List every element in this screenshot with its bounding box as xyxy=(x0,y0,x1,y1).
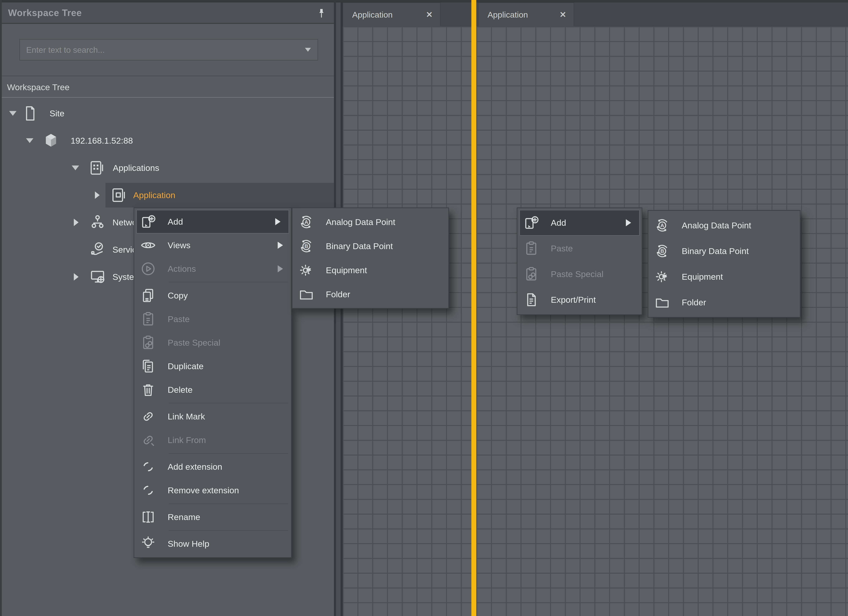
chevron-down-icon[interactable] xyxy=(305,48,311,52)
menu-item-views[interactable]: Views xyxy=(134,233,291,257)
tab-application[interactable]: Application ✕ xyxy=(478,3,574,27)
equipment-icon xyxy=(654,269,670,285)
menu-item-equipment[interactable]: Equipment xyxy=(292,258,448,282)
menu-item-actions[interactable]: Actions xyxy=(134,257,291,281)
tab-label: Application xyxy=(488,10,528,19)
export-print-icon xyxy=(523,291,540,308)
menu-item-label: Paste Special xyxy=(168,338,220,347)
copy-icon xyxy=(140,287,156,304)
menu-item-label: Binary Data Point xyxy=(682,246,749,256)
menu-separator xyxy=(169,530,288,531)
menu-item-label: Folder xyxy=(326,289,350,299)
menu-item-label: Rename xyxy=(168,512,200,522)
delete-icon xyxy=(140,381,156,398)
search-box xyxy=(19,39,318,61)
menu-item-add-extension[interactable]: Add extension xyxy=(134,455,291,478)
paste-special-icon xyxy=(140,334,156,351)
analog-point-icon xyxy=(298,214,314,230)
submenu-arrow-icon xyxy=(626,219,631,226)
menu-item-label: Equipment xyxy=(682,272,723,282)
menu-separator xyxy=(169,403,288,404)
menu-item-label: Paste xyxy=(551,243,573,253)
analog-point-icon xyxy=(654,217,670,234)
menu-item-label: Views xyxy=(168,240,191,250)
menu-item-duplicate[interactable]: Duplicate xyxy=(134,355,291,378)
menu-item-paste-special[interactable]: Paste Special xyxy=(134,331,291,355)
menu-item-link-from[interactable]: Link From xyxy=(134,428,291,452)
menu-item-folder[interactable]: Folder xyxy=(648,289,800,315)
paste-icon xyxy=(140,311,156,327)
extension-add-icon xyxy=(140,459,156,475)
close-icon[interactable]: ✕ xyxy=(559,10,566,19)
menu-item-label: Export/Print xyxy=(551,295,596,305)
expand-closed-icon[interactable] xyxy=(74,219,79,226)
menu-item-label: Remove extension xyxy=(168,485,239,495)
window-left-border xyxy=(0,0,2,616)
tree-item-application[interactable]: Application xyxy=(0,183,334,208)
add-icon xyxy=(140,214,156,230)
tree-section-header: Workspace Tree xyxy=(0,77,334,98)
close-icon[interactable]: ✕ xyxy=(426,10,433,19)
views-icon xyxy=(140,237,156,254)
menu-item-link-mark[interactable]: Link Mark xyxy=(134,405,291,428)
menu-item-binary-data-point[interactable]: Binary Data Point xyxy=(292,234,448,258)
network-icon xyxy=(89,214,106,231)
separator xyxy=(0,76,334,76)
submenu-arrow-icon xyxy=(275,218,280,225)
applications-icon xyxy=(88,159,105,177)
menu-item-label: Duplicate xyxy=(168,361,203,371)
menu-item-show-help[interactable]: Show Help xyxy=(134,532,291,555)
menu-item-label: Add xyxy=(168,217,183,227)
expand-open-icon[interactable] xyxy=(9,111,16,116)
menu-item-label: Copy xyxy=(168,291,188,300)
menu-item-label: Analog Data Point xyxy=(682,220,751,230)
tree-item-label: Applications xyxy=(113,163,159,173)
menu-item-equipment[interactable]: Equipment xyxy=(648,264,800,289)
menu-item-add[interactable]: Add xyxy=(136,210,289,233)
expand-open-icon[interactable] xyxy=(26,138,33,143)
menu-item-add[interactable]: Add xyxy=(519,210,640,236)
menu-item-label: Paste Special xyxy=(551,269,603,279)
canvas-grid[interactable] xyxy=(343,27,471,616)
application-icon xyxy=(109,186,127,204)
add-submenu: Analog Data Point Binary Data Point Equi… xyxy=(292,208,449,309)
menu-item-label: Equipment xyxy=(326,265,367,275)
menu-item-folder[interactable]: Folder xyxy=(292,282,448,306)
tree-item-applications[interactable]: Applications xyxy=(0,156,334,180)
expand-closed-icon[interactable] xyxy=(74,273,79,281)
menu-item-binary-data-point[interactable]: Binary Data Point xyxy=(648,238,800,264)
expand-open-icon[interactable] xyxy=(72,166,79,170)
search-input[interactable] xyxy=(20,40,305,60)
canvas-grid[interactable] xyxy=(476,27,848,616)
rename-icon xyxy=(140,509,156,525)
binary-point-icon xyxy=(298,238,314,254)
menu-item-paste[interactable]: Paste xyxy=(134,307,291,331)
pin-icon[interactable] xyxy=(316,7,327,20)
tree-item-label: Site xyxy=(50,108,64,118)
tab-strip: Application ✕ xyxy=(343,3,471,27)
menu-item-analog-data-point[interactable]: Analog Data Point xyxy=(648,212,800,238)
window-top-border xyxy=(0,0,848,3)
menu-item-paste-special[interactable]: Paste Special xyxy=(517,261,642,287)
menu-item-label: Binary Data Point xyxy=(326,241,393,251)
tree-item-server[interactable]: 192.168.1.52:88 xyxy=(0,128,334,153)
paste-icon xyxy=(523,240,540,257)
menu-item-paste[interactable]: Paste xyxy=(517,236,642,261)
link-icon xyxy=(140,408,156,425)
tab-application[interactable]: Application ✕ xyxy=(343,3,440,27)
menu-item-analog-data-point[interactable]: Analog Data Point xyxy=(292,210,448,234)
menu-item-remove-extension[interactable]: Remove extension xyxy=(134,478,291,502)
menu-item-label: Link Mark xyxy=(168,411,205,422)
menu-item-export-print[interactable]: Export/Print xyxy=(517,287,642,313)
menu-item-copy[interactable]: Copy xyxy=(134,284,291,307)
menu-item-label: Paste xyxy=(168,314,190,324)
menu-item-delete[interactable]: Delete xyxy=(134,378,291,402)
tree-item-site[interactable]: Site xyxy=(0,101,334,126)
expand-closed-icon[interactable] xyxy=(95,191,100,199)
binary-point-icon xyxy=(654,243,670,259)
folder-icon xyxy=(298,286,314,303)
paste-special-icon xyxy=(523,266,540,282)
menu-separator xyxy=(169,503,288,504)
split-divider[interactable] xyxy=(471,0,476,616)
menu-item-rename[interactable]: Rename xyxy=(134,505,291,529)
